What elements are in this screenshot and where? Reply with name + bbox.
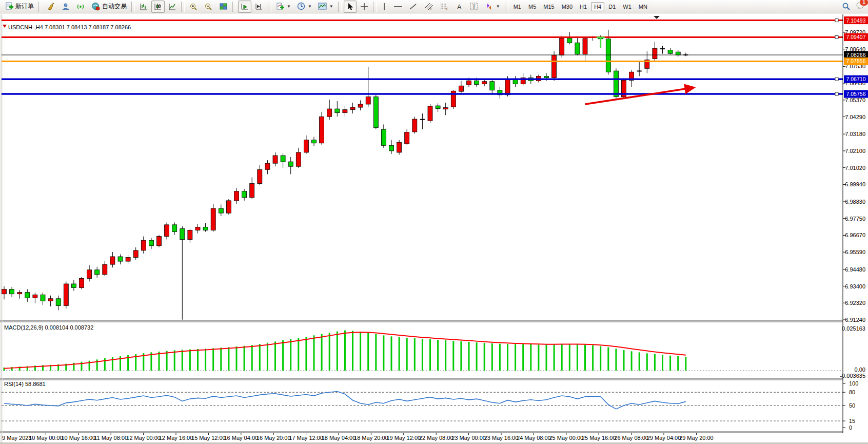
news-button[interactable] — [74, 1, 88, 13]
candle-body[interactable] — [459, 86, 463, 91]
candle-body[interactable] — [567, 38, 572, 43]
candle-body[interactable] — [668, 50, 673, 54]
candle-body[interactable] — [653, 48, 657, 59]
candle-body[interactable] — [141, 240, 146, 250]
candle-body[interactable] — [288, 162, 293, 166]
text-label-button[interactable]: T — [467, 1, 481, 13]
candle-body[interactable] — [443, 108, 448, 109]
candle-body[interactable] — [56, 299, 61, 306]
timeframe-button-h1[interactable]: H1 — [577, 2, 590, 11]
timeframe-button-m1[interactable]: M1 — [510, 2, 524, 11]
candle-body[interactable] — [149, 240, 153, 246]
candle-body[interactable] — [180, 228, 185, 239]
candle-body[interactable] — [95, 270, 100, 275]
grid-tool-button[interactable]: F — [437, 1, 452, 13]
candle-body[interactable] — [304, 140, 308, 152]
candle-body[interactable] — [165, 225, 169, 237]
tile-windows-button[interactable] — [216, 1, 230, 13]
templates-button[interactable]: ▼ — [315, 1, 336, 13]
candle-body[interactable] — [436, 106, 440, 108]
line-handle[interactable] — [835, 35, 838, 38]
candle-body[interactable] — [103, 264, 107, 275]
profile-button[interactable] — [59, 1, 73, 13]
candle-body[interactable] — [33, 295, 37, 298]
chart-canvas[interactable]: 7.097207.086407.075307.064507.053707.042… — [0, 13, 868, 444]
candle-body[interactable] — [258, 169, 262, 183]
candle-body[interactable] — [412, 119, 417, 132]
candle-body[interactable] — [428, 106, 432, 121]
candle-body[interactable] — [172, 225, 177, 232]
candle-body[interactable] — [475, 81, 479, 84]
candle-body[interactable] — [226, 201, 231, 213]
fibonacci-button[interactable]: E — [421, 1, 436, 13]
trendline-button[interactable] — [406, 1, 420, 13]
candle-body[interactable] — [25, 293, 30, 298]
cursor-button[interactable] — [344, 1, 357, 13]
candle-body[interactable] — [242, 191, 247, 198]
candle-body[interactable] — [343, 110, 347, 113]
candle-body[interactable] — [157, 237, 162, 246]
candle-body[interactable] — [505, 80, 510, 95]
search-icon[interactable] — [842, 2, 851, 11]
timeframe-button-h4[interactable]: H4 — [591, 2, 604, 11]
zoom-out-button[interactable] — [202, 1, 215, 13]
candle-body[interactable] — [126, 257, 130, 261]
candle-body[interactable] — [211, 208, 215, 230]
candle-body[interactable] — [606, 39, 610, 72]
auto-scroll-button[interactable] — [238, 1, 251, 13]
candle-body[interactable] — [676, 52, 680, 55]
candle-body[interactable] — [250, 184, 254, 198]
candle-body[interactable] — [296, 152, 301, 166]
candle-body[interactable] — [358, 104, 363, 107]
candle-body[interactable] — [110, 257, 115, 264]
timeframe-button-w1[interactable]: W1 — [620, 2, 635, 11]
line-handle[interactable] — [835, 19, 838, 22]
candle-body[interactable] — [350, 107, 355, 110]
trend-arrow-shaft[interactable] — [585, 88, 689, 104]
candle-body[interactable] — [575, 43, 580, 54]
candle-body[interactable] — [583, 38, 587, 54]
candle-body[interactable] — [195, 227, 200, 230]
candle-body[interactable] — [281, 156, 285, 162]
candle-body[interactable] — [265, 163, 270, 169]
candle-body[interactable] — [188, 230, 192, 239]
candle-body[interactable] — [118, 257, 123, 261]
timeframe-button-m5[interactable]: M5 — [525, 2, 539, 11]
candle-body[interactable] — [397, 142, 402, 152]
candle-body[interactable] — [2, 289, 7, 294]
candle-body[interactable] — [133, 250, 138, 258]
candle-body[interactable] — [327, 109, 332, 117]
candle-body[interactable] — [17, 293, 22, 294]
candle-body[interactable] — [48, 299, 53, 301]
line-handle[interactable] — [835, 92, 838, 95]
candlestick-chart-button[interactable] — [151, 1, 165, 13]
candle-body[interactable] — [614, 71, 618, 96]
line-chart-button[interactable] — [166, 1, 179, 13]
chart-shift-button[interactable] — [252, 1, 266, 13]
candle-body[interactable] — [381, 129, 386, 145]
candle-body[interactable] — [203, 227, 208, 230]
candle-body[interactable] — [87, 270, 92, 279]
candle-body[interactable] — [10, 289, 14, 294]
line-handle[interactable] — [835, 78, 838, 81]
candle-body[interactable] — [312, 140, 317, 143]
candle-body[interactable] — [41, 295, 45, 301]
bar-chart-button[interactable] — [137, 1, 150, 13]
text-tool-button[interactable]: A — [453, 1, 466, 13]
notifications-button[interactable]: 1 — [856, 1, 865, 12]
crosshair-button[interactable] — [358, 1, 371, 13]
indicators-button[interactable]: ▼ — [273, 1, 293, 13]
candle-body[interactable] — [366, 96, 370, 104]
trend-arrow-head[interactable] — [684, 84, 696, 94]
candle-body[interactable] — [219, 208, 223, 213]
candle-body[interactable] — [552, 55, 557, 78]
new-order-button[interactable]: 新订单 — [3, 1, 36, 13]
candle-body[interactable] — [335, 109, 340, 113]
timeframe-button-m30[interactable]: M30 — [559, 2, 576, 11]
candle-body[interactable] — [389, 145, 394, 151]
autotrade-button[interactable]: 自动交易 — [89, 1, 129, 13]
arrows-tool-button[interactable]: ▼ — [482, 1, 503, 13]
vertical-line-button[interactable] — [379, 1, 390, 13]
timeframe-button-m15[interactable]: M15 — [540, 2, 557, 11]
candle-body[interactable] — [373, 96, 378, 127]
